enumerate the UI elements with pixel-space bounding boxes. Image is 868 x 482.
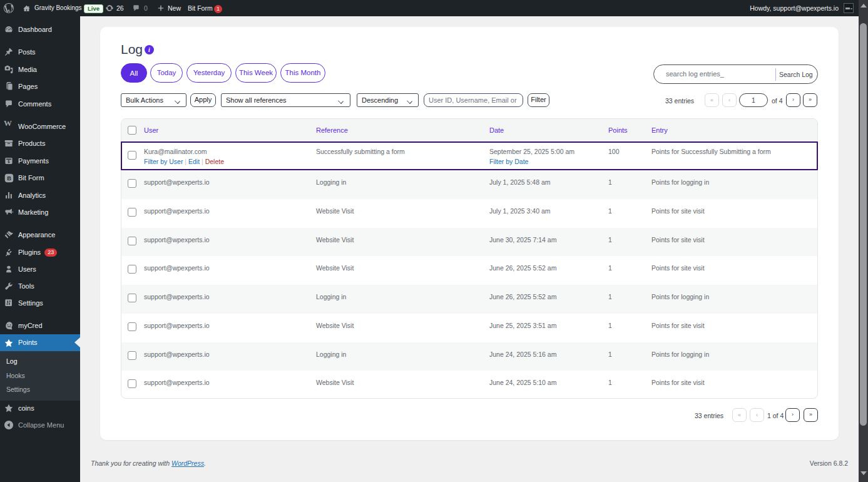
svg-text:B: B bbox=[7, 175, 11, 182]
